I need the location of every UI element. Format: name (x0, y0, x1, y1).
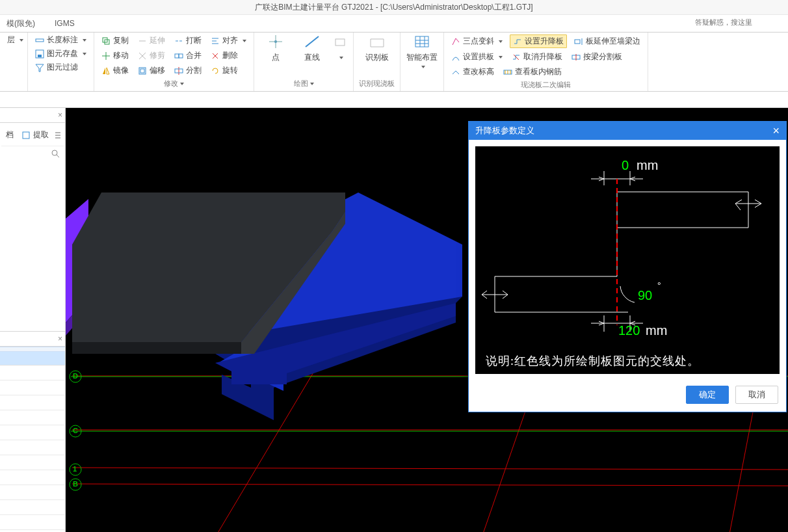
dialog-close-icon[interactable]: × (772, 126, 780, 136)
btn-rotate[interactable]: 旋转 (209, 64, 240, 77)
diagram-svg (475, 146, 780, 374)
btn-cancel-lift-slab[interactable]: 取消升降板 (510, 51, 564, 63)
window-title-bar: 广联达BIM土建计量平台 GTJ2021 - [C:\Users\Adminis… (0, 0, 788, 15)
btn-view-slab-rebar[interactable]: 查看板内钢筋 (501, 66, 564, 78)
dialog-title: 升降板参数定义 (475, 122, 534, 140)
slab-icon (368, 34, 386, 49)
extend-icon (138, 36, 147, 46)
btn-draw-more[interactable] (332, 34, 348, 63)
list-item[interactable] (0, 500, 65, 515)
skew-icon (451, 37, 460, 46)
btn-break[interactable]: 打断 (172, 34, 204, 47)
main-area: × 档 提取 × (0, 108, 788, 532)
svg-line-54 (72, 468, 788, 470)
list-item[interactable] (0, 485, 65, 500)
split-by-beam-icon (571, 53, 581, 62)
list-item[interactable] (0, 410, 65, 425)
dim-top-unit: mm (637, 158, 658, 173)
svg-rect-16 (175, 54, 179, 58)
panel-header-1: × (0, 108, 65, 123)
btn-set-arch-slab[interactable]: 设置拱板 (449, 51, 505, 63)
tab-model[interactable]: 模(限免) (3, 16, 39, 31)
svg-marker-21 (107, 68, 109, 74)
btn-length-dim[interactable]: 长度标注 (33, 34, 88, 46)
btn-element-filter[interactable]: 图元过滤 (33, 61, 88, 73)
axis-label-d: D (73, 372, 78, 380)
copy-icon (101, 36, 111, 46)
btn-recognize-slab[interactable]: 识别板 (361, 34, 393, 63)
list-item[interactable] (0, 470, 65, 485)
dialog-cancel-button[interactable]: 取消 (735, 386, 778, 404)
move-icon (101, 51, 111, 60)
dialog-note: 说明:红色线为所绘制板图元的交线处。 (486, 353, 700, 369)
search-icon[interactable] (51, 149, 60, 158)
svg-marker-68 (72, 342, 241, 354)
btn-split-slab-by-beam[interactable]: 按梁分割板 (570, 51, 624, 63)
btn-trim[interactable]: 修剪 (136, 49, 167, 62)
panel-close-icon[interactable]: × (58, 111, 62, 120)
list-item[interactable] (0, 366, 65, 380)
btn-move[interactable]: 移动 (99, 49, 131, 62)
layer-dropdown[interactable]: 层 (5, 34, 25, 46)
btn-extract[interactable]: 提取 (21, 128, 62, 142)
btn-mirror[interactable]: 镜像 (99, 64, 131, 77)
svg-rect-46 (23, 132, 29, 139)
btn-set-lift-slab[interactable]: 设置升降板 (510, 34, 567, 48)
btn-offset[interactable]: 偏移 (136, 64, 167, 77)
trim-icon (138, 51, 147, 60)
dim-bottom-value: 120 (618, 323, 640, 338)
btn-align[interactable]: 对齐 (209, 34, 248, 47)
panel-close-icon-2[interactable]: × (58, 334, 62, 343)
group-label-draw[interactable]: 绘图 (294, 77, 314, 91)
rectangle-icon (334, 35, 346, 51)
btn-dang[interactable]: 档 (5, 128, 14, 142)
axis-label-b: B (73, 480, 78, 488)
grid-icon (413, 34, 431, 49)
svg-marker-3 (36, 64, 44, 72)
lift-slab-icon (513, 37, 522, 46)
ribbon-group-draw: 点 直线 绘图 (254, 33, 354, 91)
dim-angle-symbol: ° (657, 280, 661, 291)
list-item[interactable] (0, 395, 65, 410)
list-item[interactable] (0, 515, 65, 530)
group-label-modify[interactable]: 修改 (164, 77, 184, 91)
btn-copy[interactable]: 复制 (99, 34, 131, 47)
btn-delete[interactable]: 删除 (209, 49, 240, 62)
elevation-icon (451, 68, 460, 77)
ribbon-group-dimension: 长度标注 图元存盘 图元过滤 (28, 33, 94, 91)
btn-merge[interactable]: 合并 (172, 49, 204, 62)
offset-icon (138, 66, 147, 75)
btn-point[interactable]: 点 (259, 34, 292, 63)
btn-line[interactable]: 直线 (296, 34, 328, 63)
btn-check-elevation[interactable]: 查改标高 (449, 66, 496, 78)
svg-line-55 (72, 484, 788, 486)
svg-rect-0 (36, 39, 44, 42)
btn-extend-slab-to-wall[interactable]: 板延伸至墙梁边 (572, 34, 642, 48)
dim-bottom-unit: mm (646, 323, 667, 338)
line-icon (303, 34, 321, 49)
btn-smart-layout[interactable]: 智能布置 (406, 34, 438, 68)
tab-igms[interactable]: IGMS (51, 16, 79, 31)
align-icon (211, 36, 220, 46)
list-item[interactable] (0, 455, 65, 470)
btn-three-point-skew[interactable]: 三点变斜 (449, 34, 505, 48)
dialog-ok-button[interactable]: 确定 (686, 386, 729, 404)
svg-rect-17 (179, 54, 183, 58)
model-canvas[interactable]: D C 1 B 升降板参数定义 × (66, 108, 788, 532)
ribbon: 层 长度标注 图元存盘 图元过滤 复制 延伸 打 (0, 33, 788, 92)
btn-element-save[interactable]: 图元存盘 (33, 47, 88, 60)
split-icon (174, 66, 183, 75)
disk-icon (35, 49, 44, 59)
btn-split[interactable]: 分割 (172, 64, 204, 77)
selected-list-item[interactable] (0, 352, 65, 366)
list-item[interactable] (0, 380, 65, 395)
btn-extend[interactable]: 延伸 (136, 34, 167, 47)
group-label-slab-edit: 现浇板二次编辑 (521, 79, 571, 92)
list-item[interactable] (0, 425, 65, 440)
help-search-input[interactable] (692, 14, 783, 30)
list-item[interactable] (0, 440, 65, 455)
merge-icon (174, 51, 183, 60)
panel-splitter[interactable] (0, 347, 65, 352)
dialog-title-bar[interactable]: 升降板参数定义 × (469, 122, 786, 140)
svg-marker-31 (371, 39, 384, 47)
